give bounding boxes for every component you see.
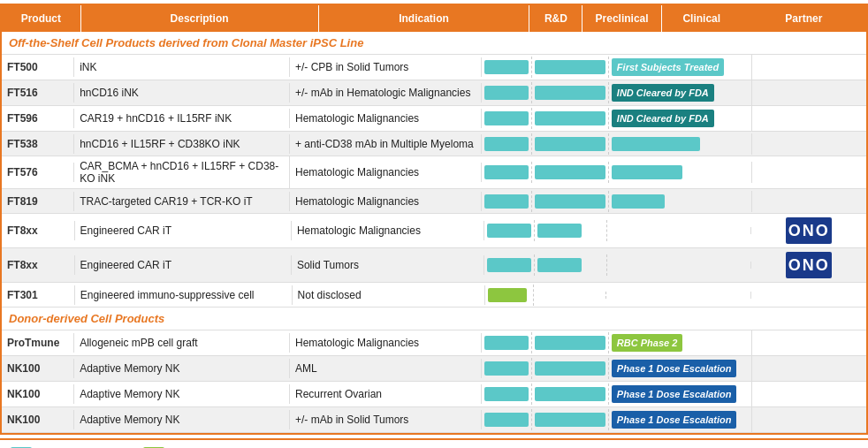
cell-partner: [752, 339, 866, 346]
table-row: ProTmune Allogeneic mPB cell graft Hemat…: [2, 330, 866, 356]
cell-product: FT301: [2, 285, 75, 305]
cell-product: FT500: [2, 57, 74, 77]
cell-clinical: [607, 227, 751, 234]
cell-desc: CAR_BCMA + hnCD16 + IL15RF + CD38-KO iNK: [74, 156, 290, 188]
cell-indication: Hematologic Malignancies: [290, 109, 482, 128]
cell-rd: [484, 254, 535, 276]
cell-preclin: [535, 254, 607, 276]
cell-desc: hnCD16 + IL15RF + CD38KO iNK: [74, 134, 290, 154]
cell-indication: +/- mAb in Solid Tumors: [290, 410, 482, 429]
cell-rd: [482, 133, 532, 155]
cell-indication: Solid Tumors: [292, 255, 484, 275]
cell-rd: [482, 332, 532, 353]
cell-rd: [482, 82, 532, 103]
cell-clinical: [609, 133, 752, 155]
table-row: FT500 iNK +/- CPB in Solid Tumors First …: [2, 55, 866, 80]
table-row: FT576 CAR_BCMA + hnCD16 + IL15RF + CD38-…: [2, 156, 866, 189]
cell-preclin: [532, 383, 609, 405]
cell-preclin: [532, 358, 609, 379]
cell-clinical: [606, 292, 751, 299]
cell-indication: +/- CPB in Solid Tumors: [290, 57, 482, 77]
cell-rd: [482, 191, 532, 212]
section2-header: Donor-derived Cell Products: [2, 308, 866, 330]
cell-clinical: [607, 262, 751, 269]
cell-indication: Hematologic Malignancies: [290, 163, 482, 182]
cell-clinical: [609, 191, 752, 212]
cell-product: FT516: [2, 83, 74, 103]
cell-desc: Engineered CAR iT: [75, 255, 292, 275]
cell-clinical: IND Cleared by FDA: [609, 80, 752, 105]
cell-indication: Not disclosed: [293, 285, 486, 305]
cell-indication: Hematologic Malignancies: [290, 192, 482, 211]
col-header-indication: Indication: [319, 5, 530, 32]
table-row: FT8xx Engineered CAR iT Solid Tumors ONO: [2, 248, 866, 283]
table-row: FT516 hnCD16 iNK +/- mAb in Hematologic …: [2, 80, 866, 106]
cell-indication: + anti-CD38 mAb in Multiple Myeloma: [290, 134, 482, 154]
cell-product: FT596: [2, 109, 74, 128]
cell-partner: [752, 115, 866, 122]
cell-desc: Adaptive Memory NK: [74, 410, 290, 429]
cell-clinical: RBC Phase 2: [609, 330, 752, 355]
cell-preclin: [534, 292, 606, 299]
cell-preclin: [532, 191, 609, 212]
legend: Immuno-oncology Immuno-regulation CPB = …: [0, 438, 868, 448]
cell-partner: [752, 169, 866, 176]
cell-partner: [752, 416, 866, 423]
cell-rd: [482, 383, 532, 405]
cell-rd: [482, 358, 532, 379]
cell-desc: iNK: [74, 57, 290, 77]
pipeline-table: Product Description Indication R&D Precl…: [0, 4, 868, 435]
cell-clinical: IND Cleared by FDA: [609, 106, 752, 131]
cell-product: FT8xx: [2, 221, 75, 240]
cell-preclin: [532, 133, 609, 155]
cell-rd: [482, 409, 532, 430]
table-row: NK100 Adaptive Memory NK +/- mAb in Soli…: [2, 407, 866, 433]
cell-product: FT8xx: [2, 255, 75, 275]
cell-product: ProTmune: [2, 333, 74, 353]
cell-rd: [482, 57, 532, 78]
cell-desc: TRAC-targeted CAR19 + TCR-KO iT: [74, 192, 290, 211]
cell-preclin: [535, 220, 607, 241]
table-row: NK100 Adaptive Memory NK AML Phase 1 Dos…: [2, 356, 866, 382]
cell-product: NK100: [2, 359, 74, 378]
col-header-clinical: Clinical: [662, 5, 742, 32]
cell-partner: ONO: [751, 248, 866, 282]
cell-indication: AML: [290, 359, 482, 378]
cell-partner: [752, 365, 866, 372]
cell-product: NK100: [2, 384, 74, 404]
cell-product: FT538: [2, 134, 74, 154]
cell-preclin: [532, 332, 609, 353]
cell-clinical: Phase 1 Dose Escalation: [609, 356, 752, 381]
cell-clinical: First Subjects Treated: [609, 55, 752, 80]
cell-preclin: [532, 108, 609, 129]
table-row: FT301 Engineered immuno-suppressive cell…: [2, 283, 866, 308]
cell-desc: Adaptive Memory NK: [74, 359, 290, 378]
cell-partner: [752, 89, 866, 96]
table-row: FT819 TRAC-targeted CAR19 + TCR-KO iT He…: [2, 189, 866, 214]
section1-header: Off-the-Shelf Cell Products derived from…: [2, 32, 866, 55]
col-header-partner: Partner: [742, 5, 866, 32]
cell-desc: Engineered CAR iT: [75, 221, 292, 240]
cell-product: NK100: [2, 410, 74, 429]
cell-partner: [752, 64, 866, 71]
cell-preclin: [532, 82, 609, 103]
cell-clinical: [609, 162, 752, 183]
table-row: FT8xx Engineered CAR iT Hematologic Mali…: [2, 214, 866, 248]
cell-preclin: [532, 409, 609, 430]
cell-product: FT576: [2, 163, 74, 182]
table-row: FT596 CAR19 + hnCD16 + IL15RF iNK Hemato…: [2, 106, 866, 132]
cell-preclin: [532, 162, 609, 183]
cell-desc: Adaptive Memory NK: [74, 384, 290, 404]
cell-rd: [484, 220, 535, 241]
cell-rd: [482, 108, 532, 129]
cell-rd: [485, 285, 534, 306]
ono-logo: ONO: [786, 252, 832, 278]
cell-desc: CAR19 + hnCD16 + IL15RF iNK: [74, 109, 290, 128]
cell-partner: [752, 391, 866, 398]
cell-clinical: Phase 1 Dose Escalation: [609, 407, 752, 432]
cell-rd: [482, 162, 532, 183]
col-header-desc: Description: [81, 5, 319, 32]
cell-partner: [751, 292, 866, 299]
cell-partner: [752, 198, 866, 205]
cell-desc: Allogeneic mPB cell graft: [74, 333, 290, 353]
